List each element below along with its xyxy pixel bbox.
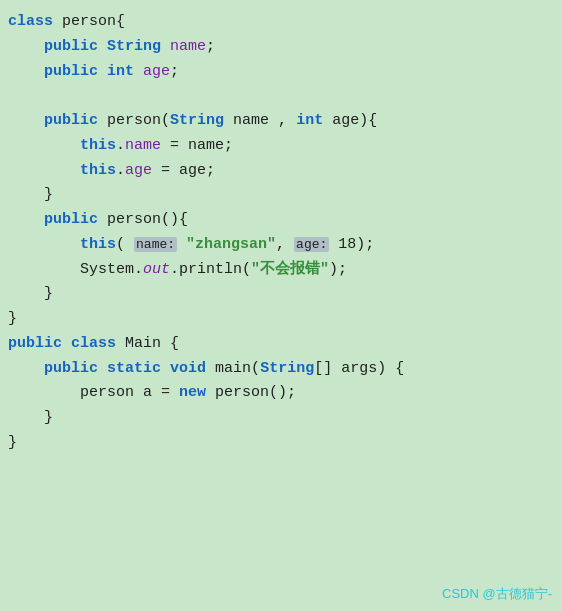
type-string3: String [260, 360, 314, 377]
code-line-2: public String name; [8, 35, 552, 60]
type-int: int [107, 63, 134, 80]
param-name: name [233, 112, 269, 129]
keyword-public6: public [44, 360, 98, 377]
keyword-public5: public [8, 335, 62, 352]
class-main: Main { [125, 335, 179, 352]
constructor-person2: person(){ [107, 211, 188, 228]
keyword-class2: class [71, 335, 116, 352]
type-person: person [80, 384, 134, 401]
code-line-6: this.name = name; [8, 134, 552, 159]
println-method: println( [179, 261, 251, 278]
code-line-17: } [8, 406, 552, 431]
method-main: main( [215, 360, 260, 377]
system-class: System [80, 261, 134, 278]
var-a: a [143, 384, 152, 401]
code-line-1: class person{ [8, 10, 552, 35]
keyword-public4: public [44, 211, 98, 228]
param-hint-age: age: [294, 237, 329, 252]
code-line-4 [8, 84, 552, 109]
code-line-10: this( name: "zhangsan", age: 18); [8, 233, 552, 258]
var-age: age [179, 162, 206, 179]
var-name: name [188, 137, 224, 154]
constructor-person: person( [107, 112, 170, 129]
field-age: age [143, 63, 170, 80]
keyword-this2: this [80, 162, 116, 179]
this-name: name [125, 137, 161, 154]
param-hint-name: name: [134, 237, 177, 252]
string-chinese: "不会报错" [251, 261, 329, 278]
code-line-12: } [8, 282, 552, 307]
string-zhangsan: "zhangsan" [186, 236, 276, 253]
code-line-18: } [8, 431, 552, 456]
param-age: age [332, 112, 359, 129]
type-int2: int [296, 112, 323, 129]
keyword-new: new [179, 384, 206, 401]
keyword-public: public [44, 38, 98, 55]
type-string: String [107, 38, 161, 55]
keyword-this1: this [80, 137, 116, 154]
code-line-11: System.out.println("不会报错"); [8, 258, 552, 283]
code-line-16: person a = new person(); [8, 381, 552, 406]
code-line-14: public class Main { [8, 332, 552, 357]
code-line-15: public static void main(String[] args) { [8, 357, 552, 382]
type-string2: String [170, 112, 224, 129]
keyword-class: class [8, 13, 53, 30]
keyword-public3: public [44, 112, 98, 129]
this-age: age [125, 162, 152, 179]
code-line-5: public person(String name , int age){ [8, 109, 552, 134]
code-editor: class person{ public String name; public… [0, 0, 562, 611]
code-line-9: public person(){ [8, 208, 552, 233]
constructor-call: person(); [215, 384, 296, 401]
watermark: CSDN @古德猫宁- [442, 585, 552, 603]
param-args: args [341, 360, 377, 377]
number-18: 18 [338, 236, 356, 253]
field-name: name [170, 38, 206, 55]
keyword-void: void [170, 360, 206, 377]
code-line-3: public int age; [8, 60, 552, 85]
code-line-7: this.age = age; [8, 159, 552, 184]
code-line-13: } [8, 307, 552, 332]
keyword-static: static [107, 360, 161, 377]
keyword-this3: this [80, 236, 116, 253]
code-line-8: } [8, 183, 552, 208]
keyword-public2: public [44, 63, 98, 80]
class-name: person{ [62, 13, 125, 30]
out-field: out [143, 261, 170, 278]
